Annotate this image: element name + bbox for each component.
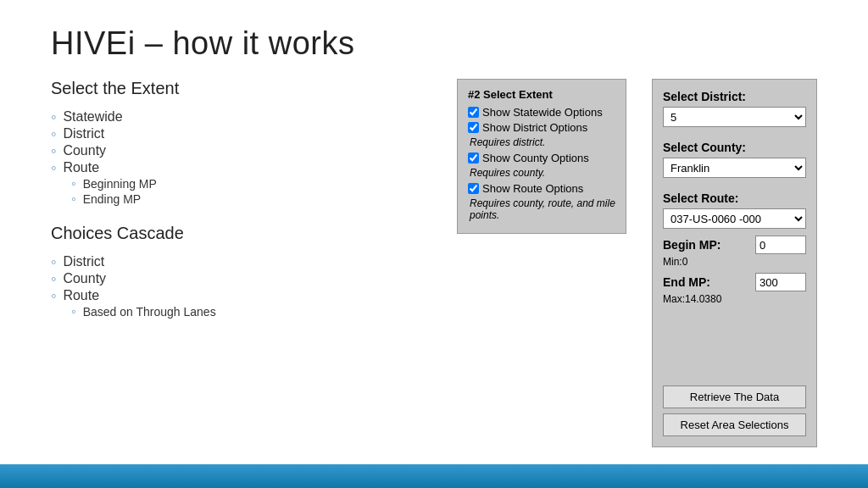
list-item: Statewide [51,108,431,125]
reset-selections-button[interactable]: Reset Area Selections [663,413,806,436]
select-extent-box: #2 Select Extent Show Statewide Options … [457,79,626,234]
district-checkbox[interactable] [468,122,479,133]
district-label: Show District Options [482,121,587,134]
end-mp-input[interactable] [755,273,806,291]
retrieve-data-button[interactable]: Retrieve The Data [663,385,806,408]
begin-mp-min: Min:0 [663,256,806,268]
route-field-label: Select Route: [663,191,806,205]
statewide-label: Show Statewide Options [482,106,603,119]
statewide-option-row: Show Statewide Options [468,106,615,119]
list-item: Ending MP [51,191,431,207]
bottom-bar [0,464,868,488]
end-mp-row: End MP: [663,273,806,291]
end-mp-label: End MP: [663,275,710,289]
end-mp-max: Max:14.0380 [663,293,806,305]
route-requires: Requires county, route, and mile points. [468,197,615,221]
route-checkbox[interactable] [468,183,479,194]
list-item: Beginning MP [51,176,431,191]
county-field-label: Select County: [663,141,806,154]
begin-mp-input[interactable] [755,236,806,254]
section1-heading: Select the Extent [51,79,431,98]
begin-mp-row: Begin MP: [663,236,806,254]
section2-heading: Choices Cascade [51,224,431,243]
list-item: County [51,270,431,287]
section1-list: Statewide District County Route Beginnin… [51,108,431,207]
list-item: County [51,142,431,159]
list-item: District [51,125,431,142]
list-item: Based on Through Lanes [51,304,431,319]
route-select[interactable]: 037-US-0060 -000 [663,208,806,229]
extent-box-title: #2 Select Extent [468,88,615,101]
begin-mp-label: Begin MP: [663,238,721,252]
county-select[interactable]: Franklin [663,158,806,178]
left-section: Select the Extent Statewide District Cou… [51,79,431,447]
route-option-row: Show Route Options [468,182,615,195]
district-select[interactable]: 5 [663,107,806,127]
district-field-label: Select District: [663,90,806,103]
county-requires: Requires county. [468,167,615,179]
middle-section: #2 Select Extent Show Statewide Options … [457,79,626,447]
statewide-checkbox[interactable] [468,107,479,118]
district-requires: Requires district. [468,136,615,148]
county-option-row: Show County Options [468,152,615,164]
district-option-row: Show District Options [468,121,615,134]
right-panel: Select District: 5 Select County: Frankl… [652,79,817,447]
page-title: HIVEi – how it works [51,25,817,62]
section2-list: District County Route Based on Through L… [51,253,431,319]
list-item: Route [51,159,431,176]
county-checkbox[interactable] [468,152,479,164]
route-label: Show Route Options [482,182,583,195]
list-item: District [51,253,431,270]
county-label: Show County Options [482,152,589,164]
list-item: Route [51,287,431,304]
